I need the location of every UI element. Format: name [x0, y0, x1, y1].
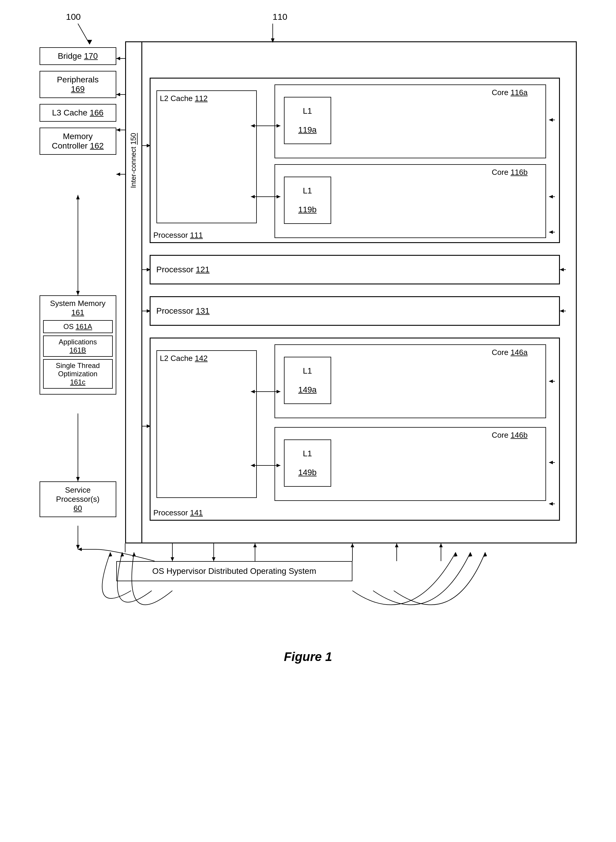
svg-marker-41: [560, 268, 564, 272]
core-116b-label: Core 116b: [492, 168, 528, 177]
svg-marker-66: [253, 544, 257, 547]
processor-141-box: Processor 141 L2 Cache 142 Core 146a L1 …: [150, 338, 560, 521]
interconnect-label: Inter-connect 150: [125, 101, 142, 219]
svg-marker-43: [560, 309, 564, 313]
system-memory-box: System Memory 161 OS 161A Applications16…: [40, 295, 116, 395]
applications-box: Applications161B: [43, 335, 113, 357]
processor-121-box: Processor 121: [150, 255, 560, 284]
os-hypervisor-box: OS Hypervisor Distributed Operating Syst…: [116, 561, 352, 581]
processor-141-label: Processor 141: [154, 508, 203, 517]
svg-marker-31: [549, 502, 553, 505]
svg-marker-17: [549, 230, 553, 234]
svg-marker-68: [351, 544, 354, 547]
svg-marker-45: [116, 57, 120, 60]
svg-marker-13: [549, 118, 553, 122]
ref-110-label: 110: [273, 12, 287, 22]
svg-marker-51: [116, 172, 120, 176]
svg-marker-29: [549, 461, 553, 464]
svg-marker-77: [469, 552, 472, 557]
svg-marker-64: [212, 557, 216, 561]
svg-marker-70: [395, 544, 399, 547]
core-116a-label: Core 116a: [492, 88, 528, 97]
svg-marker-62: [171, 557, 174, 561]
l1-149a-box: L1 149a: [284, 357, 331, 404]
memory-controller-box: Memory Controller 162: [40, 128, 116, 155]
svg-marker-56: [76, 477, 80, 481]
l1-119b-box: L1 119b: [284, 176, 331, 224]
peripherals-box: Peripherals169: [40, 71, 116, 98]
svg-marker-78: [484, 552, 487, 557]
core-116a-box: Core 116a L1 119a: [274, 84, 546, 158]
core-116b-box: Core 116b L1 119b: [274, 164, 546, 238]
svg-marker-74: [120, 552, 124, 557]
left-sidebar: Bridge 170 Peripherals169 L3 Cache 166 M…: [40, 41, 116, 161]
os-box: OS 161A: [43, 320, 113, 333]
core-146b-box: Core 146b L1 149b: [274, 427, 546, 501]
processor-111-box: Processor 111 L2 Cache 112 Core 116a L1 …: [150, 78, 560, 243]
single-thread-box: Single Thread Optimization161c: [43, 359, 113, 389]
processor-131-box: Processor 131: [150, 296, 560, 326]
service-processor-box: Service Processor(s)60: [40, 481, 116, 517]
svg-marker-53: [76, 195, 80, 199]
core-146b-label: Core 146b: [492, 431, 528, 440]
l1-149b-box: L1 149b: [284, 439, 331, 487]
system-memory-title: System Memory 161: [43, 299, 113, 317]
l2-cache-112-box: L2 Cache 112: [157, 90, 257, 223]
svg-marker-54: [76, 291, 80, 295]
core-146a-label: Core 146a: [492, 348, 528, 357]
l1-119a-box: L1 119a: [284, 97, 331, 144]
svg-marker-58: [76, 545, 80, 549]
main-system-box: Inter-connect 150 Processor 111 L2 Cache…: [125, 41, 577, 544]
svg-marker-15: [549, 195, 553, 198]
l2-cache-112-label: L2 Cache 112: [160, 94, 208, 103]
l2-cache-142-label: L2 Cache 142: [160, 354, 208, 363]
l3-cache-box: L3 Cache 166: [40, 104, 116, 122]
svg-marker-60: [78, 548, 82, 551]
core-146a-box: Core 146a L1 149a: [274, 344, 546, 418]
ref-100-label: 100: [66, 12, 81, 22]
processor-111-label: Processor 111: [154, 231, 203, 240]
bridge-box: Bridge 170: [40, 47, 116, 65]
svg-marker-47: [116, 93, 120, 96]
svg-marker-27: [549, 379, 553, 383]
svg-marker-49: [116, 128, 120, 132]
svg-marker-73: [109, 552, 112, 557]
svg-marker-75: [132, 552, 136, 557]
svg-marker-72: [439, 544, 443, 547]
figure-label: Figure 1: [284, 650, 332, 664]
l2-cache-142-box: L2 Cache 142: [157, 350, 257, 498]
svg-marker-76: [454, 552, 458, 557]
